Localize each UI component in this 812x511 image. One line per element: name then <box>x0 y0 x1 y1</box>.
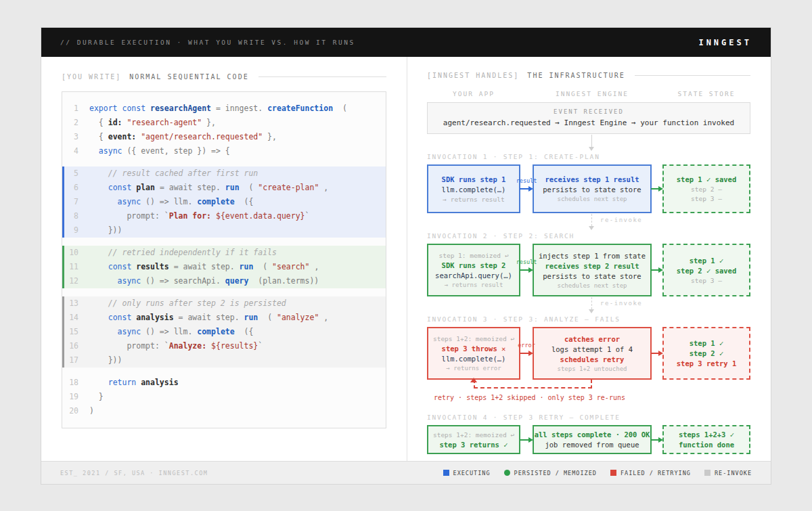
code-line: 8 prompt: `Plan for: ${event.data.query}… <box>62 209 386 223</box>
box-line: step 2 – <box>691 185 722 193</box>
box-line: steps 1+2+3 ✓ <box>679 430 734 439</box>
box-line: function done <box>679 441 734 449</box>
arrow-right-icon <box>528 437 533 443</box>
engine-box: catches errorlogs attempt 1 of 4schedule… <box>533 327 652 380</box>
heading-title: THE INFRASTRUCTURE <box>527 72 625 79</box>
box-line: llm.complete(…) <box>442 355 506 363</box>
box-line: SDK runs step 1 <box>442 175 506 183</box>
code-line: 4 async ({ event, step }) => { <box>62 144 386 158</box>
line-number: 14 <box>62 311 89 325</box>
line-number: 20 <box>62 404 89 418</box>
reinvoke-label: re-invoke <box>600 217 642 223</box>
retry-loop-path <box>474 380 592 388</box>
legend-label: RE-INVOKE <box>715 470 752 476</box>
heading-rule <box>258 76 386 77</box>
retry-note: retry · steps 1+2 skipped · only step 3 … <box>434 394 623 401</box>
invocation-label: INVOCATION 1 · STEP 1: CREATE-PLAN <box>427 153 750 160</box>
heading-tag: [YOU WRITE] <box>62 73 121 81</box>
line-number: 6 <box>62 181 89 195</box>
line-number: 18 <box>62 376 89 390</box>
code-line: 1export const researchAgent = inngest. c… <box>62 102 386 116</box>
code-text: ) <box>89 404 94 418</box>
box-line: step 2 ✓ <box>690 349 724 357</box>
invocation-row: steps 1+2: memoized ↩step 3 throws ✕llm.… <box>427 327 750 380</box>
app-box: steps 1+2: memoized ↩step 3 returns ✓ <box>427 425 520 454</box>
code-line: 15 async () => llm. complete ({ <box>62 325 386 339</box>
code-line: 18 return analysis <box>62 376 386 390</box>
line-number: 12 <box>62 274 89 288</box>
arrow-up-icon <box>470 378 477 382</box>
code-line: 2 { id: "research-agent" }, <box>62 116 386 130</box>
content-body: [YOU WRITE] NORMAL SEQUENTIAL CODE 1expo… <box>41 57 771 461</box>
box-line: schedules retry <box>560 355 625 363</box>
column-headers: YOUR APPINNGEST ENGINESTATE STORE <box>427 90 750 97</box>
box-line: all steps complete · 200 OK <box>535 430 650 439</box>
code-text: // retried independently if it fails <box>89 246 277 260</box>
box-line: schedules next step <box>558 282 627 289</box>
invocation-row: SDK runs step 1llm.complete(…)→ returns … <box>427 164 750 213</box>
code-text: async () => llm. complete ({ <box>89 195 253 209</box>
line-number: 5 <box>62 166 89 181</box>
legend: EXECUTINGPERSISTED / MEMOIZEDFAILED / RE… <box>443 470 752 476</box>
heading-tag: [INNGEST HANDLES] <box>427 72 519 79</box>
box-line: steps 1+2 untouched <box>558 365 627 372</box>
code-text: async () => searchApi. query (plan.terms… <box>89 274 319 288</box>
state-store-box: steps 1+2+3 ✓function done <box>662 425 750 454</box>
box-line: receives step 1 result <box>545 175 639 183</box>
code-line: 19 } <box>62 390 386 404</box>
app-box: steps 1+2: memoized ↩step 3 throws ✕llm.… <box>427 327 520 380</box>
box-line: → returns result <box>445 282 503 288</box>
box-line: persists to state store <box>543 185 641 194</box>
engine-box: all steps complete · 200 OKjob removed f… <box>533 425 652 454</box>
retry-loop: retry · steps 1+2 skipped · only step 3 … <box>427 380 750 414</box>
brand-logo: INNGEST <box>698 38 752 47</box>
arrow-down-icon <box>589 147 594 151</box>
box-line: receives step 2 result <box>545 262 639 270</box>
invocation-label: INVOCATION 2 · STEP 2: SEARCH <box>427 232 750 240</box>
column-header: INNGEST ENGINE <box>533 90 652 97</box>
legend-item: FAILED / RETRYING <box>610 470 691 476</box>
box-line: searchApi.query(…) <box>435 271 512 280</box>
invocation-row: step 1: memoized ↩SDK runs step 2searchA… <box>427 244 750 296</box>
flow-arrow <box>652 327 662 380</box>
line-number: 3 <box>62 130 89 144</box>
code-text: })) <box>89 223 122 238</box>
code-text: async () => llm. complete ({ <box>89 325 253 339</box>
code-lines: 1export const researchAgent = inngest. c… <box>62 102 386 418</box>
header-title: // DURABLE EXECUTION · WHAT YOU WRITE VS… <box>60 39 355 46</box>
reinvoke-arrow: re-invoke <box>427 296 750 315</box>
code-panel-heading: [YOU WRITE] NORMAL SEQUENTIAL CODE <box>62 73 386 81</box>
box-line: job removed from queue <box>545 441 639 449</box>
code-line: 3 { event: "agent/research.requested" }, <box>62 130 386 144</box>
code-text: // result cached after first run <box>89 166 258 181</box>
line-number: 8 <box>62 209 89 223</box>
arrow-right-icon <box>658 351 663 356</box>
app-box: step 1: memoized ↩SDK runs step 2searchA… <box>427 244 520 296</box>
event-received-box: EVENT RECEIVED agent/research.requested … <box>427 102 750 134</box>
column-header: STATE STORE <box>662 90 750 97</box>
line-number: 15 <box>62 325 89 339</box>
line-number: 9 <box>62 223 89 238</box>
footer-bar: EST_ 2021 / SF, USA · INNGEST.COM EXECUT… <box>41 461 771 484</box>
legend-swatch <box>704 470 710 476</box>
legend-swatch <box>443 470 449 476</box>
box-line: SDK runs step 2 <box>442 261 506 269</box>
flow-arrow <box>652 244 662 296</box>
legend-item: PERSISTED / MEMOIZED <box>504 470 597 476</box>
code-line: 6 const plan = await step. run ( "create… <box>62 181 386 195</box>
state-store-box: step 1 ✓step 2 ✓ savedstep 3 – <box>662 244 750 296</box>
code-line: 13 // only runs after step 2 is persiste… <box>62 296 386 311</box>
box-line: injects step 1 from state <box>539 252 646 260</box>
line-number: 13 <box>62 296 89 311</box>
box-line: step 3 returns ✓ <box>439 441 508 449</box>
column-header: YOUR APP <box>427 90 520 97</box>
engine-box: receives step 1 resultpersists to state … <box>533 164 652 213</box>
infrastructure-panel: [INNGEST HANDLES] THE INFRASTRUCTURE YOU… <box>407 57 771 461</box>
box-line: step 3 – <box>691 195 722 202</box>
code-text: { event: "agent/research.requested" }, <box>89 130 277 144</box>
line-number: 4 <box>62 144 89 158</box>
line-number: 19 <box>62 390 89 404</box>
box-line: step 1 ✓ saved <box>677 175 737 183</box>
header-bar: // DURABLE EXECUTION · WHAT YOU WRITE VS… <box>41 28 771 57</box>
box-line: step 3 retry 1 <box>677 359 737 368</box>
